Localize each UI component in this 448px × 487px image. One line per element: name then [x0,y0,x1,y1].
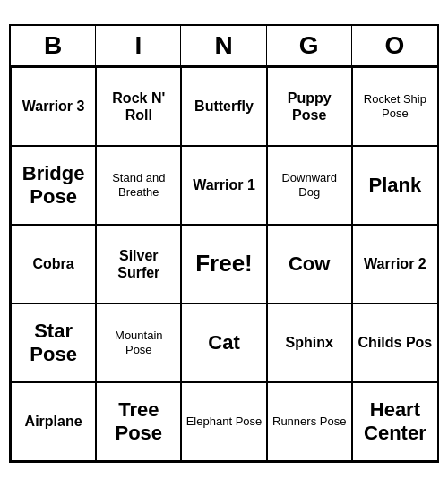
cell-text: Tree Pose [100,398,177,446]
bingo-cell: Puppy Pose [267,67,352,146]
bingo-cell: Heart Center [352,382,437,461]
bingo-cell: Rock N' Roll [96,67,181,146]
cell-text: Plank [369,174,422,197]
bingo-cell: Rocket Ship Pose [352,67,437,146]
cell-text: Mountain Pose [100,329,177,356]
cell-text: Cat [208,331,239,355]
bingo-cell: Cobra [11,225,96,303]
bingo-cell: Free! [181,225,266,303]
bingo-cell: Bridge Pose [11,146,96,225]
cell-text: Bridge Pose [15,162,91,209]
cell-text: Cow [289,252,330,276]
header-letter: G [267,26,352,65]
cell-text: Warrior 2 [364,255,426,272]
bingo-cell: Downward Dog [267,146,352,225]
bingo-cell: Silver Surfer [96,225,181,303]
bingo-cell: Mountain Pose [96,303,181,382]
bingo-cell: Plank [352,146,437,225]
bingo-cell: Childs Pos [352,303,437,382]
cell-text: Runners Pose [272,414,346,429]
bingo-cell: Elephant Pose [181,382,266,461]
cell-text: Heart Center [357,398,434,446]
bingo-cell: Cow [267,225,352,303]
cell-text: Warrior 1 [193,176,255,193]
bingo-card: BINGO Warrior 3Rock N' RollButterflyPupp… [9,24,439,463]
cell-text: Rock N' Roll [100,90,177,124]
bingo-header: BINGO [11,26,437,67]
cell-text: Star Pose [15,320,91,367]
cell-text: Silver Surfer [100,247,177,281]
bingo-cell: Stand and Breathe [96,146,181,225]
cell-text: Airplane [25,413,82,430]
cell-text: Rocket Ship Pose [357,92,434,120]
bingo-cell: Airplane [11,382,96,461]
cell-text: Free! [195,250,253,278]
bingo-cell: Butterfly [181,67,266,146]
header-letter: B [11,26,96,65]
cell-text: Warrior 3 [22,98,85,115]
cell-text: Downward Dog [271,171,348,199]
bingo-cell: Warrior 2 [352,225,437,303]
bingo-cell: Sphinx [267,303,352,382]
bingo-cell: Runners Pose [267,382,352,461]
cell-text: Sphinx [286,334,333,351]
header-letter: I [96,26,181,65]
cell-text: Elephant Pose [186,414,263,429]
header-letter: O [352,26,437,65]
bingo-cell: Star Pose [11,303,96,382]
cell-text: Stand and Breathe [100,171,177,199]
header-letter: N [181,26,266,65]
bingo-cell: Warrior 3 [11,67,96,146]
bingo-cell: Cat [181,303,266,382]
bingo-grid: Warrior 3Rock N' RollButterflyPuppy Pose… [11,67,437,461]
cell-text: Puppy Pose [271,90,348,124]
bingo-cell: Tree Pose [96,382,181,461]
cell-text: Butterfly [194,98,254,115]
cell-text: Childs Pos [358,334,433,351]
bingo-cell: Warrior 1 [181,146,266,225]
cell-text: Cobra [32,255,73,272]
